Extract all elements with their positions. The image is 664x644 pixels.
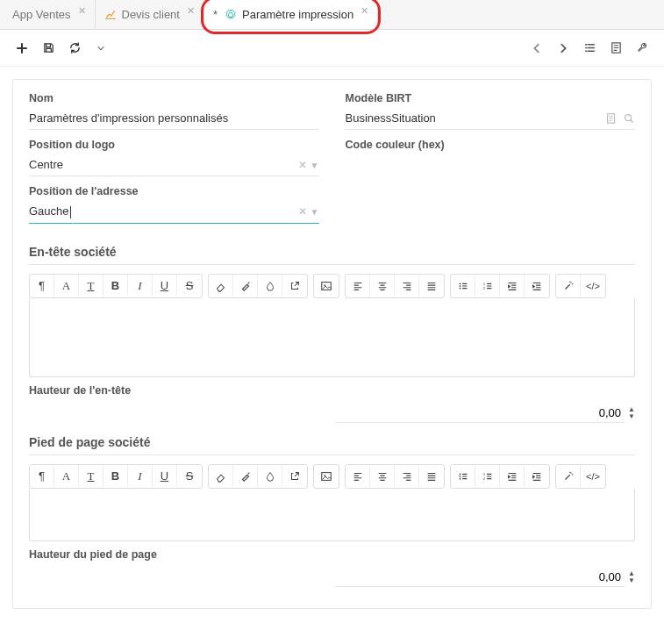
form-view-button[interactable] <box>603 35 629 61</box>
tab-parametre-impression[interactable]: * Paramètre impression ✕ <box>204 0 378 29</box>
strike-icon[interactable]: S <box>177 465 202 488</box>
dropdown-caret-button[interactable] <box>88 35 114 61</box>
align-center-icon[interactable] <box>370 465 395 488</box>
close-icon[interactable]: ✕ <box>78 5 86 17</box>
close-icon[interactable]: ✕ <box>187 5 195 17</box>
brush-icon[interactable] <box>233 465 258 488</box>
color-field[interactable] <box>346 154 636 162</box>
refresh-button[interactable] <box>61 35 88 61</box>
external-link-icon[interactable] <box>282 275 307 297</box>
rte-toolbar: ¶ A T B I U S <box>29 274 635 298</box>
chart-line-icon <box>104 9 117 21</box>
footer-height-label: Hauteur du pied de page <box>29 548 635 561</box>
tab-label: App Ventes <box>12 8 71 21</box>
image-icon[interactable] <box>314 465 339 488</box>
document-icon[interactable] <box>605 112 618 125</box>
ordered-list-icon[interactable]: 12 <box>475 465 500 488</box>
logo-label: Position du logo <box>29 139 319 151</box>
magic-wand-icon[interactable] <box>556 465 581 488</box>
align-right-icon[interactable] <box>395 465 419 488</box>
italic-icon[interactable]: I <box>128 465 153 488</box>
text-color-icon[interactable]: T <box>79 465 104 488</box>
external-link-icon[interactable] <box>282 465 307 488</box>
rte-toolbar: ¶ A T B I U S <box>29 464 635 489</box>
align-left-icon[interactable] <box>346 465 370 488</box>
addr-label: Position de l'adresse <box>29 185 319 197</box>
header-section-title: En-tête société <box>29 245 635 265</box>
indent-increase-icon[interactable] <box>525 465 549 488</box>
logo-select[interactable]: Centre ✕ ▼ <box>29 154 319 176</box>
underline-icon[interactable]: U <box>153 275 177 297</box>
ink-drop-icon[interactable] <box>258 465 282 488</box>
nom-value: Paramètres d'impression personnalisés <box>29 111 319 125</box>
ink-drop-icon[interactable] <box>258 275 282 297</box>
pilcrow-icon[interactable]: ¶ <box>30 275 54 297</box>
svg-text:2: 2 <box>482 476 485 480</box>
footer-textarea[interactable] <box>29 489 635 541</box>
clear-icon[interactable]: ✕ <box>298 159 307 171</box>
code-view-icon[interactable]: </> <box>581 275 605 297</box>
indent-increase-icon[interactable] <box>525 275 549 297</box>
spinner-buttons[interactable]: ▲▼ <box>628 406 635 420</box>
align-justify-icon[interactable] <box>419 275 444 297</box>
birt-field[interactable]: BusinessSituation <box>346 108 636 130</box>
tab-label: Devis client <box>122 8 180 21</box>
align-center-icon[interactable] <box>370 275 395 297</box>
pilcrow-icon[interactable]: ¶ <box>30 465 54 488</box>
tab-app-ventes[interactable]: App Ventes ✕ <box>4 0 96 29</box>
font-family-icon[interactable]: A <box>54 275 79 297</box>
form-panel: Nom Paramètres d'impression personnalisé… <box>12 79 652 609</box>
image-icon[interactable] <box>314 275 339 297</box>
dirty-indicator: * <box>213 8 218 21</box>
align-left-icon[interactable] <box>346 275 370 297</box>
svg-point-13 <box>459 476 461 477</box>
header-textarea[interactable] <box>29 298 635 377</box>
font-family-icon[interactable]: A <box>54 465 79 488</box>
birt-label: Modèle BIRT <box>346 92 636 104</box>
color-label: Code couleur (hex) <box>346 139 636 151</box>
align-right-icon[interactable] <box>395 275 419 297</box>
header-height-input[interactable] <box>335 404 625 423</box>
nom-field[interactable]: Paramètres d'impression personnalisés <box>29 108 319 130</box>
eraser-icon[interactable] <box>209 465 233 488</box>
italic-icon[interactable]: I <box>128 275 153 297</box>
svg-text:2: 2 <box>482 285 485 290</box>
indent-decrease-icon[interactable] <box>500 275 525 297</box>
indent-decrease-icon[interactable] <box>500 465 525 488</box>
chevron-down-icon[interactable]: ▼ <box>311 207 319 217</box>
clear-icon[interactable]: ✕ <box>298 205 307 218</box>
brush-icon[interactable] <box>233 275 258 297</box>
chevron-down-icon[interactable]: ▼ <box>311 161 319 170</box>
unordered-list-icon[interactable] <box>451 275 475 297</box>
unordered-list-icon[interactable] <box>451 465 475 488</box>
close-icon[interactable]: ✕ <box>361 5 368 17</box>
header-height-label: Hauteur de l'en-tête <box>29 384 635 397</box>
magic-wand-icon[interactable] <box>556 275 581 297</box>
header-editor: ¶ A T B I U S <box>29 274 635 377</box>
logo-value: Centre <box>29 158 295 171</box>
footer-height-input[interactable] <box>335 568 625 587</box>
prev-record-button[interactable] <box>524 35 550 61</box>
text-color-icon[interactable]: T <box>79 275 104 297</box>
search-icon[interactable] <box>623 112 635 125</box>
new-button[interactable] <box>9 35 35 61</box>
bold-icon[interactable]: B <box>104 465 128 488</box>
next-record-button[interactable] <box>550 35 576 61</box>
ordered-list-icon[interactable]: 12 <box>475 275 500 297</box>
birt-value: BusinessSituation <box>346 111 606 125</box>
svg-point-14 <box>459 477 461 479</box>
bold-icon[interactable]: B <box>104 275 128 297</box>
align-justify-icon[interactable] <box>419 465 444 488</box>
spinner-buttons[interactable]: ▲▼ <box>628 570 635 584</box>
gear-icon <box>225 9 237 21</box>
code-view-icon[interactable]: </> <box>581 465 605 488</box>
addr-select[interactable]: Gauche ✕ ▼ <box>29 201 319 224</box>
text-cursor <box>70 206 71 218</box>
strike-icon[interactable]: S <box>177 275 202 297</box>
tab-devis-client[interactable]: Devis client ✕ <box>96 0 204 29</box>
underline-icon[interactable]: U <box>153 465 177 488</box>
list-view-button[interactable] <box>576 35 603 61</box>
eraser-icon[interactable] <box>209 275 233 297</box>
wrench-button[interactable] <box>629 35 655 61</box>
save-button[interactable] <box>35 35 61 61</box>
